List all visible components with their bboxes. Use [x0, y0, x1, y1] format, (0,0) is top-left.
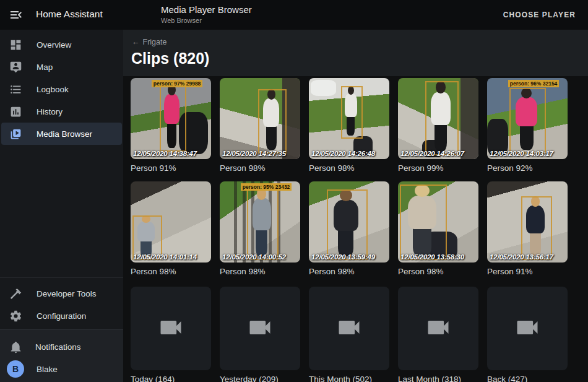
menu-open-icon[interactable] — [9, 7, 24, 22]
clip-label: Person 92% — [487, 163, 568, 173]
clip-card[interactable]: 12/05/2020 13:56:17Person 91% — [487, 181, 568, 276]
folders-grid: Today (164)Yesterday (209)This Month (50… — [131, 287, 588, 382]
detection-bounding-box — [258, 89, 287, 154]
clip-label: Person 98% — [309, 267, 389, 276]
clip-thumbnail: 12/05/2020 14:27:35 — [220, 78, 300, 159]
bell-icon — [8, 339, 23, 354]
folder-thumbnail — [487, 287, 568, 370]
back-arrow-icon: ← — [132, 38, 140, 46]
clip-card[interactable]: 12/05/2020 14:26:07Person 99% — [398, 78, 478, 173]
clip-timestamp: 12/05/2020 14:26:07 — [400, 150, 464, 157]
clip-card[interactable]: 12/05/2020 13:59:49Person 98% — [309, 181, 389, 276]
clip-thumbnail: 12/05/2020 14:26:48 — [309, 78, 389, 159]
sidebar-item-label: Overview — [37, 40, 71, 50]
gear-icon — [8, 308, 23, 323]
player-header: Media Player Browser Web Browser — [161, 4, 252, 24]
sidebar-item-label: Map — [37, 63, 53, 72]
sidebar-item-label: Logbook — [37, 85, 69, 94]
folder-card-yesterday[interactable]: Yesterday (209) — [220, 287, 300, 382]
bulleted-list-icon — [8, 82, 23, 97]
sidebar-item-configuration[interactable]: Configuration — [1, 305, 122, 327]
clip-thumbnail: 12/05/2020 14:26:07 — [398, 78, 478, 159]
notifications-label: Notifications — [35, 342, 81, 352]
folder-card-this-month[interactable]: This Month (502) — [309, 287, 389, 382]
clip-label: Person 98% — [309, 163, 389, 173]
detection-bounding-box — [400, 184, 447, 260]
breadcrumb-label: Frigate — [143, 38, 167, 46]
clip-timestamp: 12/05/2020 14:01:14 — [133, 253, 197, 261]
player-title: Media Player Browser — [161, 4, 252, 15]
clip-thumbnail: person: 95% 2343212/05/2020 14:00:52 — [220, 181, 300, 263]
clip-timestamp: 12/05/2020 14:38:47 — [133, 150, 197, 157]
sidebar-item-label: Configuration — [37, 311, 86, 321]
choose-player-button[interactable]: CHOOSE PLAYER — [499, 0, 579, 30]
dashboard-icon — [8, 37, 23, 52]
clip-timestamp: 12/05/2020 14:03:17 — [490, 150, 553, 157]
clip-label: Person 98% — [220, 267, 300, 276]
detection-label-chip: person: 95% 23432 — [241, 183, 292, 191]
account-tooltip-icon — [8, 59, 23, 74]
folder-label: Today (164) — [131, 375, 211, 382]
video-camera-icon — [246, 314, 274, 344]
clip-thumbnail: person: 97% 2998812/05/2020 14:38:47 — [131, 78, 211, 159]
sidebar-item-logbook[interactable]: Logbook — [1, 78, 122, 100]
sidebar-item-history[interactable]: History — [1, 100, 122, 123]
sidebar-item-label: Developer Tools — [37, 289, 97, 298]
detection-bounding-box — [521, 196, 553, 261]
detection-label-chip: person: 97% 29988 — [152, 80, 203, 87]
clip-card[interactable]: person: 96% 3215412/05/2020 14:03:17Pers… — [487, 78, 568, 173]
folder-label: This Month (502) — [309, 375, 389, 382]
folder-label: Last Month (318) — [398, 375, 478, 382]
content-header: ← Frigate Clips (820) — [123, 30, 588, 76]
clip-timestamp: 12/05/2020 14:26:48 — [311, 150, 375, 157]
folder-card-last-month[interactable]: Last Month (318) — [398, 287, 478, 382]
sidebar-item-notifications[interactable]: Notifications — [1, 336, 122, 358]
app-title: Home Assistant — [36, 9, 103, 20]
clip-timestamp: 12/05/2020 14:00:52 — [222, 253, 286, 261]
detection-label-chip: person: 96% 32154 — [508, 80, 560, 87]
sidebar-item-profile[interactable]: B Blake — [1, 358, 122, 380]
detection-bounding-box — [509, 88, 546, 154]
folder-thumbnail — [309, 287, 389, 370]
clip-timestamp: 12/05/2020 13:58:30 — [400, 253, 464, 261]
sidebar-item-media-browser[interactable]: Media Browser — [1, 123, 122, 145]
clip-card[interactable]: 12/05/2020 13:58:30Person 98% — [398, 181, 478, 276]
clip-label: Person 98% — [220, 163, 300, 173]
sidebar-main-nav: OverviewMapLogbookHistoryMedia Browser — [0, 30, 123, 145]
clip-label: Person 98% — [398, 267, 478, 276]
folder-thumbnail — [131, 287, 211, 370]
profile-name: Blake — [37, 365, 58, 374]
clip-thumbnail: 12/05/2020 13:56:17 — [487, 181, 568, 263]
clip-timestamp: 12/05/2020 13:59:49 — [311, 253, 375, 261]
page-title: Clips (820) — [131, 50, 209, 67]
sidebar-footer: Notifications B Blake — [0, 329, 123, 382]
clip-card[interactable]: 12/05/2020 14:26:48Person 98% — [309, 78, 389, 173]
video-camera-icon — [157, 314, 184, 344]
sidebar-item-developer-tools[interactable]: Developer Tools — [1, 282, 122, 305]
player-subtitle: Web Browser — [161, 17, 252, 24]
clip-timestamp: 12/05/2020 14:27:35 — [222, 150, 286, 157]
detection-bounding-box — [341, 86, 363, 139]
clip-card[interactable]: person: 97% 2998812/05/2020 14:38:47Pers… — [131, 78, 211, 173]
folder-label: Yesterday (209) — [220, 375, 300, 382]
scene-object — [311, 80, 337, 96]
folder-thumbnail — [398, 287, 478, 370]
folder-card-back[interactable]: Back (427) — [487, 287, 568, 382]
folder-thumbnail — [220, 287, 300, 370]
top-app-bar: Home Assistant Media Player Browser Web … — [0, 0, 588, 30]
hammer-icon — [8, 286, 23, 301]
sidebar: OverviewMapLogbookHistoryMedia Browser D… — [0, 30, 123, 382]
play-box-multiple-icon — [8, 126, 23, 141]
clip-card[interactable]: person: 95% 2343212/05/2020 14:00:52Pers… — [220, 181, 300, 276]
folder-label: Back (427) — [487, 375, 568, 382]
sidebar-item-map[interactable]: Map — [1, 56, 122, 78]
clip-thumbnail: person: 96% 3215412/05/2020 14:03:17 — [487, 78, 568, 159]
clip-label: Person 91% — [487, 267, 568, 276]
folder-card-today[interactable]: Today (164) — [131, 287, 211, 382]
sidebar-item-overview[interactable]: Overview — [1, 33, 122, 56]
clip-card[interactable]: 12/05/2020 14:27:35Person 98% — [220, 78, 300, 173]
clip-card[interactable]: 12/05/2020 14:01:14Person 98% — [131, 181, 211, 276]
breadcrumb-back[interactable]: ← Frigate — [132, 38, 166, 46]
porch-edge — [460, 78, 478, 159]
avatar: B — [7, 360, 24, 378]
